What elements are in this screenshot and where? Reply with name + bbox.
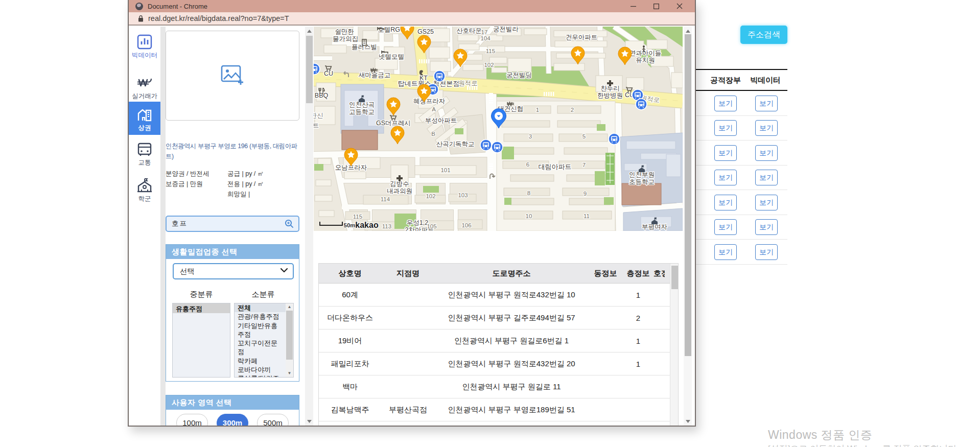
panel-scrollbar[interactable] bbox=[305, 27, 313, 426]
map-apartment-bar bbox=[502, 121, 550, 127]
record-cell-public: 보기 bbox=[714, 145, 737, 161]
store-table-row[interactable]: 60계인천광역시 부평구 원적로432번길 101 bbox=[319, 284, 678, 307]
view-bigdata-button[interactable]: 보기 bbox=[755, 244, 778, 260]
map-label: 산곡기독학교 bbox=[436, 140, 475, 148]
address-search-button[interactable]: 주소검색 bbox=[740, 26, 787, 44]
scroll-up-icon[interactable] bbox=[684, 27, 692, 35]
radius-500m-button[interactable]: 500m bbox=[257, 414, 289, 426]
view-bigdata-button[interactable]: 보기 bbox=[755, 195, 778, 210]
record-cell-bigdata: 보기 bbox=[755, 145, 778, 161]
mid-category-listbox[interactable]: 유흥주점 bbox=[172, 303, 230, 378]
category-select[interactable]: 선택 bbox=[173, 263, 294, 279]
map-label: 쉴만한 bbox=[335, 28, 354, 35]
map-label: 부성아파트 bbox=[425, 117, 457, 124]
sub-category-option[interactable]: 룸살롱/단란주점 bbox=[235, 374, 286, 378]
view-bigdata-button[interactable]: 보기 bbox=[755, 145, 778, 161]
map-building bbox=[463, 64, 483, 70]
scrollbar-thumb[interactable] bbox=[286, 311, 293, 360]
view-bigdata-button[interactable]: 보기 bbox=[755, 170, 778, 185]
store-cell: 1 bbox=[623, 337, 654, 345]
sidebar-item-bigdata[interactable]: 빅데이터 bbox=[129, 32, 160, 65]
sub-category-option[interactable]: 기타일반유흥 bbox=[235, 321, 286, 330]
url-text[interactable]: real.dget.kr/real/bigdata.real?no=7&type… bbox=[148, 14, 289, 22]
store-cell: 인천광역시 부평구 부영로189번길 51 bbox=[435, 405, 588, 415]
map-building bbox=[318, 158, 331, 164]
store-table-row[interactable]: 백마인천광역시 부평구 원길로 11 bbox=[319, 375, 678, 398]
sub-category-option[interactable]: 꼬치구이전문점 bbox=[235, 339, 286, 357]
property-field: 희망일 | bbox=[227, 189, 264, 199]
sidebar-gap bbox=[160, 27, 166, 426]
store-table-row[interactable]: 19비어인천광역시 부평구 원길로6번길 11 bbox=[319, 330, 678, 352]
view-public-record-button[interactable]: 보기 bbox=[714, 145, 737, 161]
sub-category-option[interactable]: 관광/유흥주점 bbox=[235, 312, 286, 321]
store-cell: 19비어 bbox=[319, 336, 381, 346]
kakao-map[interactable]: 쉴만한물가의집호텔RGGS25산호타운17궁전빌라104건우아파트115플러스빌… bbox=[314, 27, 683, 231]
sidebar-item-district[interactable]: 상권 bbox=[129, 102, 160, 135]
radius-100m-button[interactable]: 100m bbox=[176, 414, 208, 426]
view-bigdata-button[interactable]: 보기 bbox=[755, 96, 778, 111]
scroll-down-icon[interactable] bbox=[684, 417, 692, 425]
sub-category-option[interactable]: 로바다야끼 bbox=[235, 365, 286, 374]
property-field: 공급 | py / ㎡ bbox=[227, 169, 264, 179]
scroll-up-icon[interactable]: ▲ bbox=[286, 303, 293, 311]
map-apartment-bar bbox=[510, 175, 554, 181]
sidebar-item-school[interactable]: 학군 bbox=[129, 175, 160, 209]
address-bar[interactable]: real.dget.kr/real/bigdata.real?no=7&type… bbox=[129, 12, 695, 26]
scrollbar-thumb[interactable] bbox=[671, 266, 678, 289]
sub-category-option[interactable]: 락카페 bbox=[235, 357, 286, 365]
search-icon[interactable] bbox=[284, 219, 294, 229]
store-table-row[interactable]: 패밀리포차인천광역시 부평구 원적로432번길 201 bbox=[319, 352, 678, 375]
window-title-bar[interactable]: Document - Chrome bbox=[129, 0, 695, 12]
map-label: 물가의집 bbox=[333, 35, 358, 42]
maximize-button[interactable] bbox=[645, 0, 668, 12]
map-label: 8 bbox=[527, 190, 530, 196]
store-district-icon bbox=[129, 106, 160, 123]
view-public-record-button[interactable]: 보기 bbox=[714, 96, 737, 111]
record-cell-bigdata: 보기 bbox=[755, 120, 778, 136]
sidebar-item-traffic[interactable]: 교통 bbox=[129, 140, 160, 174]
view-public-record-button[interactable]: 보기 bbox=[714, 120, 737, 136]
map-building bbox=[508, 58, 531, 72]
sub-category-option[interactable]: 전체 bbox=[235, 303, 286, 312]
scrollbar-thumb[interactable] bbox=[685, 34, 691, 356]
view-bigdata-button[interactable]: 보기 bbox=[755, 120, 778, 136]
sub-category-listbox[interactable]: ▲ ▼ 전체관광/유흥주점기타일반유흥주점꼬치구이전문점락카페로바다야끼룸살롱/… bbox=[234, 303, 294, 378]
store-column-header: 호정보 bbox=[654, 269, 665, 278]
view-public-record-button[interactable]: 보기 bbox=[714, 244, 737, 260]
property-field: 분양권 / 반전세 bbox=[166, 169, 209, 179]
record-cell-public: 보기 bbox=[714, 219, 737, 235]
scrollbar-thumb[interactable] bbox=[306, 36, 313, 103]
bus-stop-icon bbox=[492, 142, 503, 153]
store-list-area: 상호명지점명도로명주소동정보층정보호정보 60계인천광역시 부평구 원적로432… bbox=[313, 231, 684, 426]
map-green-patch bbox=[502, 147, 514, 159]
store-cell: 인천광역시 부평구 원길로 11 bbox=[435, 382, 588, 392]
view-public-record-button[interactable]: 보기 bbox=[714, 219, 737, 235]
property-photo-placeholder bbox=[166, 31, 299, 121]
category-section: 생활밀접업종 선택 선택 중분류 소분류 유흥주점 ▲ bbox=[166, 244, 299, 382]
map-building bbox=[524, 29, 547, 35]
sub-category-scrollbar[interactable]: ▲ ▼ bbox=[286, 303, 293, 377]
store-table-row[interactable]: 김복남맥주부평산곡점인천광역시 부평구 부영로189번길 51 bbox=[319, 398, 678, 421]
close-button[interactable] bbox=[668, 0, 691, 12]
view-public-record-button[interactable]: 보기 bbox=[714, 195, 737, 210]
bus-stop-icon bbox=[434, 70, 445, 82]
scroll-up-icon[interactable] bbox=[305, 27, 313, 35]
keyword-search-input[interactable] bbox=[172, 217, 279, 230]
map-green-patch bbox=[423, 186, 439, 193]
category-section-title: 생활밀접업종 선택 bbox=[166, 245, 299, 259]
record-row: 보기보기 bbox=[691, 116, 787, 141]
store-table-row[interactable]: 더다온하우스인천광역시 부평구 길주로494번길 572 bbox=[319, 307, 678, 330]
scroll-down-icon[interactable] bbox=[305, 417, 313, 425]
map-label: 김방수 bbox=[390, 180, 409, 187]
minimize-button[interactable] bbox=[622, 0, 645, 12]
map-label: 초등학교 bbox=[629, 178, 655, 185]
store-table-scrollbar[interactable] bbox=[670, 264, 678, 426]
scroll-down-icon[interactable]: ▼ bbox=[286, 370, 293, 377]
map-label: 궁전빌딩 bbox=[506, 72, 532, 79]
view-public-record-button[interactable]: 보기 bbox=[714, 170, 737, 185]
mid-category-option[interactable]: 유흥주점 bbox=[173, 303, 230, 313]
radius-300m-button[interactable]: 300m bbox=[217, 414, 248, 426]
sub-category-option[interactable]: 주점 bbox=[235, 330, 286, 339]
view-bigdata-button[interactable]: 보기 bbox=[755, 219, 778, 235]
popup-scrollbar[interactable] bbox=[684, 27, 692, 426]
